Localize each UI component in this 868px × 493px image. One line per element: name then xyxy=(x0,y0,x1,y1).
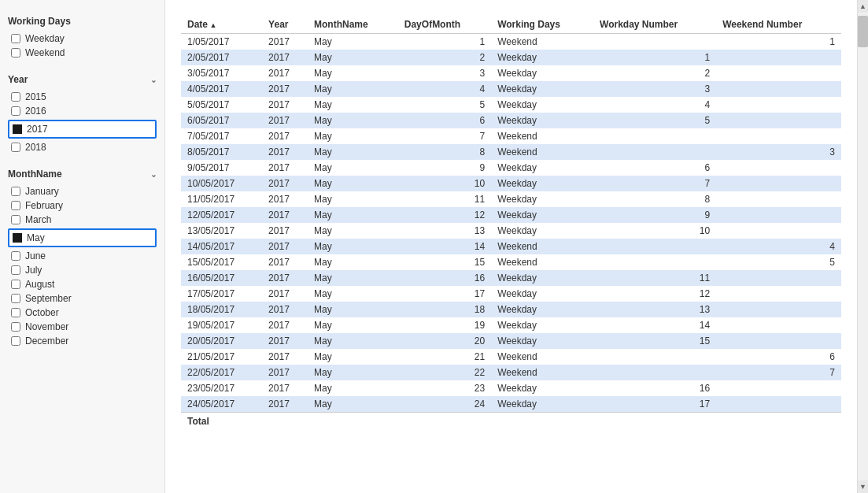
table-cell: 7 xyxy=(593,176,716,191)
col-header-date[interactable]: Date xyxy=(181,16,262,34)
table-cell xyxy=(716,160,841,176)
filter-item-december[interactable]: December xyxy=(8,334,157,348)
filter-section-year: Year ⌄ 2015 2016 2017 2018 xyxy=(8,74,157,154)
filter-item-september[interactable]: September xyxy=(8,291,157,306)
scrollbar-down-button[interactable]: ▼ xyxy=(858,480,868,493)
checkbox-weekday[interactable] xyxy=(11,34,20,43)
filter-item-july[interactable]: July xyxy=(8,263,157,277)
table-cell: 2017 xyxy=(262,50,308,65)
col-header-workingdays[interactable]: Working Days xyxy=(491,16,593,34)
table-cell: 10 xyxy=(398,176,491,191)
col-header-dayofmonth[interactable]: DayOfMonth xyxy=(398,16,491,34)
table-cell: May xyxy=(308,207,398,223)
table-cell: Weekday xyxy=(491,207,593,223)
checkbox-august[interactable] xyxy=(11,280,20,289)
filter-item-june[interactable]: June xyxy=(8,249,157,263)
scrollbar-thumb-area[interactable] xyxy=(858,13,868,480)
label-november: November xyxy=(25,321,68,332)
table-row: 16/05/20172017May16Weekday11 xyxy=(181,270,841,286)
filter-item-2015[interactable]: 2015 xyxy=(8,90,157,104)
checkbox-december[interactable] xyxy=(11,336,20,346)
filter-item-2016[interactable]: 2016 xyxy=(8,104,157,118)
table-cell xyxy=(716,302,841,317)
filter-section-working-days: Working Days Weekday Weekend xyxy=(8,16,157,60)
table-cell: May xyxy=(308,396,398,413)
table-cell xyxy=(716,97,841,113)
checkbox-march[interactable] xyxy=(11,215,20,224)
table-cell: 5 xyxy=(593,113,716,128)
filter-item-january[interactable]: January xyxy=(8,184,157,198)
table-cell: Weekday xyxy=(491,317,593,333)
col-header-workdaynumber[interactable]: Workday Number xyxy=(593,16,716,34)
table-cell: 2017 xyxy=(262,65,308,81)
filter-title-working-days: Working Days xyxy=(8,16,157,27)
table-cell: Weekend xyxy=(491,254,593,270)
table-cell: 13 xyxy=(398,223,491,239)
checkbox-2016[interactable] xyxy=(11,106,20,116)
checkbox-november[interactable] xyxy=(11,322,20,332)
filter-item-february[interactable]: February xyxy=(8,198,157,213)
checkbox-weekend[interactable] xyxy=(11,48,20,57)
table-cell: May xyxy=(308,254,398,270)
label-march: March xyxy=(25,214,51,225)
table-cell: May xyxy=(308,317,398,333)
table-cell: 2017 xyxy=(262,239,308,254)
table-cell: 2017 xyxy=(262,286,308,302)
scrollbar-track[interactable]: ▲ ▼ xyxy=(857,0,868,493)
scrollbar-thumb[interactable] xyxy=(858,16,868,47)
checkbox-2015[interactable] xyxy=(11,92,20,102)
table-footer-row: Total xyxy=(181,413,841,431)
table-cell: 12 xyxy=(398,207,491,223)
table-row: 8/05/20172017May8Weekend3 xyxy=(181,144,841,160)
table-cell: Weekday xyxy=(491,191,593,207)
table-row: 5/05/20172017May5Weekday4 xyxy=(181,97,841,113)
table-cell: May xyxy=(308,65,398,81)
checkbox-july[interactable] xyxy=(11,265,20,275)
table-row: 9/05/20172017May9Weekday6 xyxy=(181,160,841,176)
table-cell xyxy=(593,34,716,50)
filter-item-october[interactable]: October xyxy=(8,306,157,320)
scrollbar-up-button[interactable]: ▲ xyxy=(858,0,868,13)
table-cell: 2017 xyxy=(262,302,308,317)
filter-item-november[interactable]: November xyxy=(8,320,157,334)
table-cell: 16 xyxy=(593,380,716,396)
table-cell: 23/05/2017 xyxy=(181,380,262,396)
checkbox-september[interactable] xyxy=(11,294,20,303)
checkbox-february[interactable] xyxy=(11,201,20,210)
table-container[interactable]: Date Year MonthName DayOfMonth Working D… xyxy=(165,0,857,493)
filter-title-year[interactable]: Year ⌄ xyxy=(8,74,157,85)
table-cell: 2017 xyxy=(262,81,308,97)
checkbox-january[interactable] xyxy=(11,187,20,196)
table-cell: Weekend xyxy=(491,349,593,365)
filter-item-weekday[interactable]: Weekday xyxy=(8,32,157,46)
table-row: 12/05/20172017May12Weekday9 xyxy=(181,207,841,223)
table-cell: 22 xyxy=(398,365,491,380)
filter-item-weekend[interactable]: Weekend xyxy=(8,46,157,60)
col-header-year[interactable]: Year xyxy=(262,16,308,34)
table-cell: 14 xyxy=(593,317,716,333)
table-cell xyxy=(716,65,841,81)
filter-title-monthname[interactable]: MonthName ⌄ xyxy=(8,169,157,180)
checkbox-june[interactable] xyxy=(11,251,20,261)
filter-item-august[interactable]: August xyxy=(8,277,157,291)
col-header-weekendnumber[interactable]: Weekend Number xyxy=(716,16,841,34)
filter-item-2018[interactable]: 2018 xyxy=(8,140,157,154)
filter-item-2017-selected[interactable]: 2017 xyxy=(8,120,157,139)
table-cell: 17/05/2017 xyxy=(181,286,262,302)
filter-item-march[interactable]: March xyxy=(8,213,157,227)
table-row: 4/05/20172017May4Weekday3 xyxy=(181,81,841,97)
table-row: 20/05/20172017May20Weekday15 xyxy=(181,333,841,349)
table-cell: 3 xyxy=(593,81,716,97)
table-cell: 2017 xyxy=(262,176,308,191)
table-row: 10/05/20172017May10Weekday7 xyxy=(181,176,841,191)
main-content: Date Year MonthName DayOfMonth Working D… xyxy=(165,0,857,493)
checkbox-october[interactable] xyxy=(11,308,20,317)
table-cell: 20 xyxy=(398,333,491,349)
filter-item-may-selected[interactable]: May xyxy=(8,228,157,247)
table-cell: 18/05/2017 xyxy=(181,302,262,317)
checkbox-2018[interactable] xyxy=(11,143,20,152)
table-cell: May xyxy=(308,191,398,207)
table-cell: 9 xyxy=(398,160,491,176)
col-header-monthname[interactable]: MonthName xyxy=(308,16,398,34)
table-cell: 2017 xyxy=(262,113,308,128)
